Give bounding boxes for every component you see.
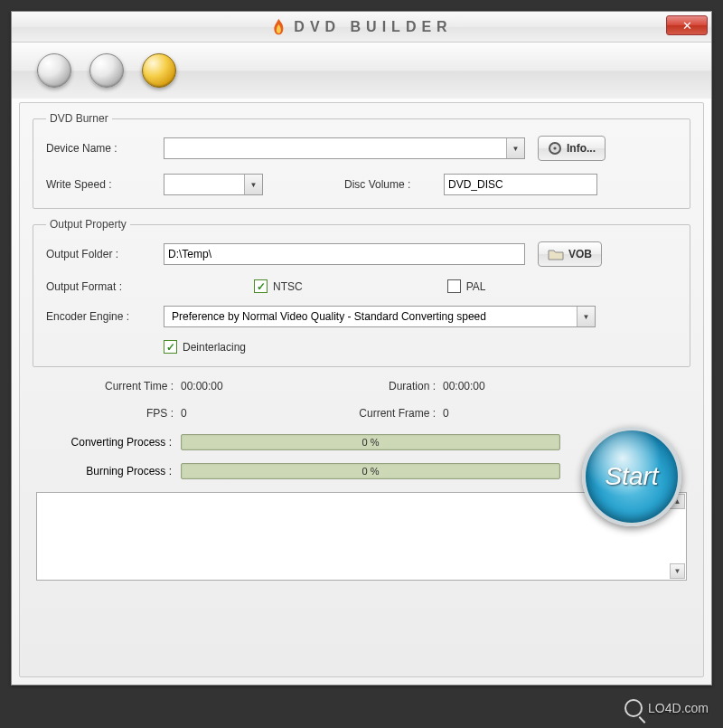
watermark: LO4D.com (624, 699, 709, 717)
write-speed-combo[interactable]: ▼ (164, 174, 263, 195)
chevron-down-icon[interactable]: ▼ (244, 175, 262, 194)
svg-point-2 (553, 147, 556, 149)
dvd-burner-legend: DVD Burner (46, 112, 112, 125)
step-2-button[interactable] (89, 53, 124, 88)
duration-label: Duration : (307, 380, 443, 392)
vob-button[interactable]: VOB (538, 241, 602, 267)
encoder-engine-label: Encoder Engine : (46, 310, 164, 323)
step-3-button[interactable] (142, 53, 176, 88)
dvd-burner-group: DVD Burner Device Name : ▼ Info... Write… (33, 112, 690, 209)
pal-checkbox-wrapper[interactable]: PAL (447, 279, 486, 293)
chevron-down-icon[interactable]: ▼ (577, 307, 595, 326)
deinterlacing-label: Deinterlacing (183, 341, 246, 354)
output-property-group: Output Property Output Folder : VOB Outp… (33, 218, 690, 367)
disc-volume-input[interactable] (444, 174, 597, 195)
ntsc-checkbox[interactable] (254, 279, 268, 293)
disc-volume-label: Disc Volume : (344, 178, 444, 191)
step-1-button[interactable] (37, 53, 71, 88)
main-panel: DVD Burner Device Name : ▼ Info... Write… (19, 102, 704, 677)
scroll-down-button[interactable]: ▼ (670, 563, 685, 579)
vob-button-label: VOB (568, 248, 592, 260)
device-name-label: Device Name : (46, 142, 164, 155)
step-toolbar (12, 43, 711, 99)
chevron-down-icon[interactable]: ▼ (506, 138, 524, 158)
current-frame-value: 0 (443, 407, 569, 420)
watermark-text: LO4D.com (648, 701, 709, 715)
deinterlacing-checkbox[interactable] (164, 340, 177, 354)
disc-icon (548, 141, 562, 156)
current-time-value: 00:00:00 (181, 380, 307, 392)
close-icon: ✕ (682, 19, 692, 33)
device-name-combo[interactable]: ▼ (164, 137, 525, 159)
write-speed-label: Write Speed : (46, 178, 164, 191)
ntsc-checkbox-wrapper[interactable]: NTSC (254, 279, 303, 293)
title-bar: DVD BUILDER ✕ (12, 12, 711, 43)
output-format-label: Output Format : (46, 280, 164, 293)
fps-label: FPS : (36, 407, 181, 420)
encoder-engine-value: Preference by Normal Video Quality - Sta… (168, 310, 486, 323)
info-button[interactable]: Info... (538, 136, 606, 161)
output-folder-label: Output Folder : (46, 248, 164, 260)
app-window: DVD BUILDER ✕ DVD Burner Device Name : ▼ (11, 11, 712, 685)
deinterlacing-checkbox-wrapper[interactable]: Deinterlacing (164, 340, 246, 354)
current-time-label: Current Time : (36, 380, 181, 392)
start-button[interactable]: Start (582, 427, 681, 526)
burning-progress: 0 % (181, 463, 560, 479)
duration-value: 00:00:00 (443, 380, 569, 392)
info-button-label: Info... (567, 142, 596, 155)
burning-process-label: Burning Process : (36, 465, 181, 477)
folder-icon (548, 248, 564, 260)
window-title: DVD BUILDER (294, 19, 452, 35)
converting-process-label: Converting Process : (36, 436, 181, 449)
current-frame-label: Current Frame : (307, 407, 443, 420)
output-folder-input[interactable] (164, 243, 525, 265)
close-button[interactable]: ✕ (666, 15, 708, 35)
start-button-label: Start (605, 462, 658, 491)
pal-checkbox[interactable] (447, 279, 461, 293)
flame-icon (270, 18, 286, 36)
fps-value: 0 (181, 407, 307, 420)
magnifier-icon (624, 699, 643, 717)
output-property-legend: Output Property (46, 218, 130, 231)
encoder-engine-combo[interactable]: Preference by Normal Video Quality - Sta… (164, 306, 596, 327)
converting-percent: 0 % (362, 437, 380, 448)
burning-percent: 0 % (362, 466, 380, 477)
ntsc-label: NTSC (273, 280, 303, 293)
pal-label: PAL (466, 280, 486, 293)
converting-progress: 0 % (181, 434, 560, 450)
log-textarea[interactable]: ▲ ▼ (36, 492, 687, 581)
